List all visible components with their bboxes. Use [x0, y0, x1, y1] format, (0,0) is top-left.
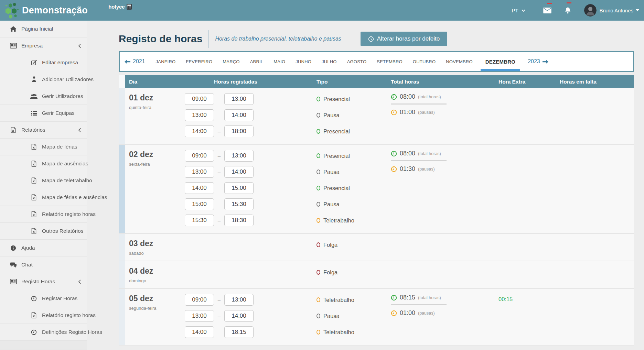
time-entry-3: –	[185, 326, 311, 338]
user-menu[interactable]: Bruno Antunes	[600, 8, 639, 13]
sidebar-item-mapa-de-ferias-e-ausencias[interactable]: Mapa de férias e ausências	[0, 189, 87, 206]
tab-month-setembro[interactable]: SETEMBRO	[372, 52, 408, 71]
type-select[interactable]: Presencial	[316, 150, 385, 162]
sidebar-item-definicoes-registo-horas[interactable]: Definições Registo Horas	[0, 324, 87, 341]
sidebar-item-registar-horas[interactable]: Registar Horas	[0, 290, 87, 307]
total-underline	[391, 304, 447, 305]
sidebar-item-relatorio-registo-horas[interactable]: Relatório registo horas	[0, 307, 87, 324]
sidebar-item-editar-empresa[interactable]: Editar empresa	[0, 54, 87, 71]
sidebar-item-ajuda[interactable]: Ajuda	[0, 240, 87, 256]
messages-button[interactable]	[543, 8, 551, 13]
sidebar-item-gerir-utilizadores[interactable]: Gerir Utilizadores	[0, 88, 87, 105]
sidebar-item-pagina-inicial[interactable]: Página Inicial	[0, 21, 87, 37]
tab-month-julho[interactable]: JULHO	[316, 52, 342, 71]
type-select[interactable]: Folga	[316, 239, 385, 251]
prev-year-button[interactable]: 2021	[120, 52, 151, 71]
type-select[interactable]: Pausa	[316, 310, 385, 322]
change-default-hours-button[interactable]: Alterar horas por defeito	[361, 32, 447, 46]
end-time-input[interactable]	[224, 93, 254, 105]
type-select[interactable]: Presencial	[316, 125, 385, 137]
start-time-input[interactable]	[185, 109, 214, 121]
tab-month-outubro[interactable]: OUTUBRO	[408, 52, 441, 71]
end-time-input[interactable]	[224, 109, 254, 121]
tipo-cell: PresencialPausaPresencial	[311, 88, 385, 144]
start-time-input[interactable]	[185, 125, 214, 137]
end-time-input[interactable]	[224, 294, 254, 306]
type-select[interactable]: Teletrabalho	[316, 215, 385, 226]
end-time-input[interactable]	[224, 150, 254, 162]
tab-month-dezembro[interactable]: DEZEMBRO	[478, 52, 523, 71]
start-time-input[interactable]	[185, 93, 214, 105]
sidebar-item-mapa-de-teletrabalho[interactable]: Mapa de teletrabalho	[0, 172, 87, 189]
type-select[interactable]: Teletrabalho	[316, 294, 385, 306]
language-selector[interactable]: PT	[512, 8, 525, 13]
column-header-horas-registadas: Horas registadas	[185, 75, 311, 88]
file-excel-icon	[30, 194, 37, 200]
sidebar-item-registo-horas[interactable]: Registo Horas	[0, 273, 87, 290]
sidebar-item-gerir-equipas[interactable]: Gerir Equipas	[0, 105, 87, 122]
user-avatar[interactable]	[584, 4, 597, 17]
sidebar-item-label: Definições Registo Horas	[42, 329, 102, 335]
sidebar-item-mapa-de-ausencias[interactable]: Mapa de ausências	[0, 155, 87, 172]
start-time-input[interactable]	[185, 198, 214, 210]
file-excel-icon	[30, 312, 37, 318]
sidebar-item-outros-relatorios[interactable]: Outros Relatórios	[0, 223, 87, 240]
start-time-input[interactable]	[185, 150, 214, 162]
start-time-input[interactable]	[185, 310, 214, 322]
tab-month-novembro[interactable]: NOVEMBRO	[441, 52, 477, 71]
caret-down-icon	[636, 9, 639, 11]
end-time-input[interactable]	[224, 326, 254, 338]
type-select[interactable]: Pausa	[316, 109, 385, 121]
next-year-button[interactable]: 2023	[523, 52, 554, 71]
end-time-input[interactable]	[224, 215, 254, 226]
sidebar-item-relatorios[interactable]: Relatórios	[0, 122, 87, 139]
time-range-dash: –	[214, 96, 224, 102]
start-time-input[interactable]	[185, 166, 214, 178]
start-time-input[interactable]	[185, 294, 214, 306]
tab-month-janeiro[interactable]: JANEIRO	[151, 52, 181, 71]
tab-month-agosto[interactable]: AGOSTO	[342, 52, 372, 71]
end-time-input[interactable]	[224, 310, 254, 322]
row-accent-strip	[119, 88, 125, 144]
sidebar-item-adicionar-utilizadores[interactable]: Adicionar Utilizadores	[0, 71, 87, 88]
start-time-input[interactable]	[185, 326, 214, 338]
total-hours-note: (total horas)	[418, 295, 441, 300]
start-time-input[interactable]	[185, 182, 214, 194]
notifications-button[interactable]	[565, 7, 571, 14]
sidebar-item-mapa-de-ferias[interactable]: Mapa de férias	[0, 139, 87, 155]
missing-hours-cell	[554, 234, 634, 261]
tab-month-maio[interactable]: MAIO	[268, 52, 290, 71]
sidebar-item-label: Registo Horas	[21, 278, 55, 285]
end-time-input[interactable]	[224, 125, 254, 137]
type-select[interactable]: Teletrabalho	[316, 326, 385, 338]
time-entry-5: –	[185, 215, 311, 226]
clock-icon	[368, 36, 374, 42]
type-select[interactable]: Pausa	[316, 198, 385, 210]
sidebar-item-label: Mapa de férias e ausências	[42, 194, 107, 200]
row-accent-strip	[119, 234, 125, 261]
next-year-label: 2023	[528, 58, 540, 65]
total-hours-note: (total horas)	[418, 151, 441, 156]
end-time-input[interactable]	[224, 198, 254, 210]
type-select[interactable]: Presencial	[316, 93, 385, 105]
end-time-input[interactable]	[224, 182, 254, 194]
tab-month-fevereiro[interactable]: FEVEREIRO	[181, 52, 217, 71]
start-time-input[interactable]	[185, 215, 214, 226]
weekday-label: sábado	[129, 251, 185, 256]
type-label: Folga	[323, 269, 337, 276]
pausas-total: 01:00(pausas)	[391, 109, 492, 116]
type-select[interactable]: Presencial	[316, 182, 385, 194]
sidebar-item-relatorio-registo-horas[interactable]: Relatório registo horas	[0, 206, 87, 223]
sidebar-item-chat[interactable]: Chat	[0, 256, 87, 273]
time-range-dash: –	[214, 201, 224, 207]
tab-month-marco[interactable]: MARÇO	[217, 52, 245, 71]
type-select[interactable]: Pausa	[316, 166, 385, 178]
sidebar-item-empresa[interactable]: Empresa	[0, 37, 87, 54]
tab-month-abril[interactable]: ABRIL	[245, 52, 269, 71]
total-hours-value: 08:00	[400, 93, 415, 100]
type-select[interactable]: Folga	[316, 266, 385, 278]
type-label: Teletrabalho	[323, 329, 354, 336]
tab-month-junho[interactable]: JUNHO	[290, 52, 316, 71]
end-time-input[interactable]	[224, 166, 254, 178]
sidebar-item-label: Adicionar Utilizadores	[42, 76, 94, 83]
